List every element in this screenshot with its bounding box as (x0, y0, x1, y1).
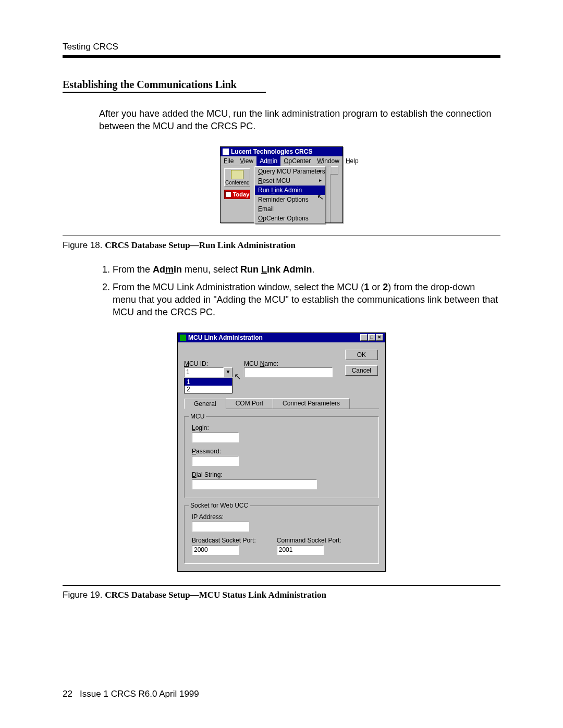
dropdown-run-link-admin[interactable]: Run Link Admin (255, 186, 325, 195)
mcu-link-admin-window: MCU Link Administration _ □ ✕ OK Cancel … (177, 332, 386, 572)
login-input[interactable] (192, 433, 239, 442)
page-number: 22 (63, 689, 72, 699)
toolbar-today-button[interactable]: Today (224, 190, 250, 199)
page-footer: 22 Issue 1 CRCS R6.0 April 1999 (63, 689, 199, 699)
mcu-id-value[interactable]: 1 (184, 367, 224, 377)
admin-dropdown: Query MCU Parameters Reset MCU Run Link … (254, 166, 325, 224)
socket-group: Socket for Web UCC IP Address: Broadcast… (184, 505, 379, 564)
menu-view[interactable]: View (237, 156, 256, 166)
tab-bar: General COM Port Connect Parameters (184, 398, 379, 409)
figure18-title: CRCS Database Setup—Run Link Administrat… (105, 240, 296, 250)
mcu-name-label: MCU Name: (244, 360, 333, 367)
title-bar: Lucent Technologies CRCS (221, 147, 342, 156)
steps-list: From the Admin menu, select Run Link Adm… (99, 263, 500, 319)
socket-group-legend: Socket for Web UCC (189, 502, 250, 509)
section-title: Establishing the Communications Link (63, 79, 500, 91)
conference-icon (231, 170, 243, 179)
dropdown-email[interactable]: Email (255, 204, 325, 214)
step-1: From the Admin menu, select Run Link Adm… (113, 263, 500, 276)
mcu-id-option-1[interactable]: 1 (185, 378, 232, 386)
broadcast-port-label: Broadcast Socket Port: (192, 537, 256, 544)
figure-rule (63, 585, 500, 586)
mcu-group-legend: MCU (189, 413, 206, 420)
toolbar: Conferenc Today (221, 166, 254, 223)
figure18-number: Figure 18. (63, 240, 105, 250)
figure19-caption: Figure 19. CRCS Database Setup—MCU Statu… (63, 590, 500, 600)
intro-paragraph: After you have added the MCU, run the li… (99, 107, 500, 133)
ip-address-label: IP Address: (192, 513, 371, 521)
ok-button[interactable]: OK (345, 350, 378, 360)
command-port-input[interactable]: 2001 (277, 545, 324, 555)
section-rule (63, 92, 266, 93)
close-button[interactable]: ✕ (376, 334, 383, 341)
minimize-button[interactable]: _ (360, 334, 368, 341)
scrollbar-vertical[interactable] (330, 166, 338, 223)
menu-bar: File View Admin OpCenter Window Help (221, 156, 342, 166)
mcu-id-label: MCU ID: (184, 360, 232, 367)
cursor-icon: ↖ (234, 372, 241, 381)
toolbar-conference-label: Conferenc (225, 180, 250, 186)
tab-general[interactable]: General (184, 399, 226, 409)
mcu-id-option-2[interactable]: 2 (185, 386, 232, 393)
menu-opcenter[interactable]: OpCenter (280, 156, 314, 166)
figure19-number: Figure 19. (63, 590, 105, 600)
mcu-id-combo[interactable]: 1 ▼ (184, 367, 232, 377)
figure19-title: CRCS Database Setup—MCU Status Link Admi… (105, 590, 326, 600)
maximize-button[interactable]: □ (368, 334, 375, 341)
mcu-group: MCU Login: Password: Dial String: (184, 416, 379, 498)
header-rule (63, 55, 500, 58)
title-bar: MCU Link Administration _ □ ✕ (178, 333, 385, 342)
scrollbar-thumb[interactable] (331, 166, 338, 175)
step-2: From the MCU Link Administration window,… (113, 281, 500, 319)
mcu-name-input[interactable] (244, 367, 333, 377)
crcs-main-window: Lucent Technologies CRCS File View Admin… (220, 146, 343, 223)
dropdown-query-mcu[interactable]: Query MCU Parameters (255, 167, 325, 176)
password-input[interactable] (192, 456, 239, 466)
menu-window[interactable]: Window (314, 156, 342, 166)
window-title: Lucent Technologies CRCS (231, 148, 312, 155)
menu-admin[interactable]: Admin (256, 156, 280, 166)
figure-rule (63, 236, 500, 236)
tab-connect-parameters[interactable]: Connect Parameters (273, 398, 350, 409)
tab-com-port[interactable]: COM Port (226, 398, 273, 409)
mcu-id-dropdown-list: 1 2 (184, 378, 232, 393)
dropdown-opcenter-options[interactable]: OpCenter Options (255, 214, 325, 223)
command-port-label: Command Socket Port: (277, 537, 341, 544)
dial-string-input[interactable] (192, 479, 317, 489)
issue-line: Issue 1 CRCS R6.0 April 1999 (80, 689, 199, 699)
toolbar-today-label: Today (233, 191, 250, 198)
dropdown-reset-mcu[interactable]: Reset MCU (255, 176, 325, 186)
menu-file[interactable]: File (221, 156, 237, 166)
dropdown-reminder-options[interactable]: Reminder Options (255, 195, 325, 204)
ip-address-input[interactable] (192, 522, 249, 532)
dial-string-label: Dial String: (192, 471, 371, 478)
chevron-down-icon[interactable]: ▼ (224, 367, 232, 377)
broadcast-port-input[interactable]: 2000 (192, 545, 239, 555)
running-head: Testing CRCS (63, 42, 500, 52)
app-icon (223, 149, 229, 155)
window-title: MCU Link Administration (188, 334, 263, 341)
password-label: Password: (192, 448, 371, 455)
figure18-caption: Figure 18. CRCS Database Setup—Run Link … (63, 240, 500, 251)
app-icon (180, 335, 186, 341)
menu-help[interactable]: Help (342, 156, 362, 166)
toolbar-conference-button[interactable]: Conferenc (224, 168, 250, 187)
cancel-button[interactable]: Cancel (345, 365, 378, 376)
calendar-icon (225, 191, 231, 198)
login-label: Login: (192, 424, 371, 431)
